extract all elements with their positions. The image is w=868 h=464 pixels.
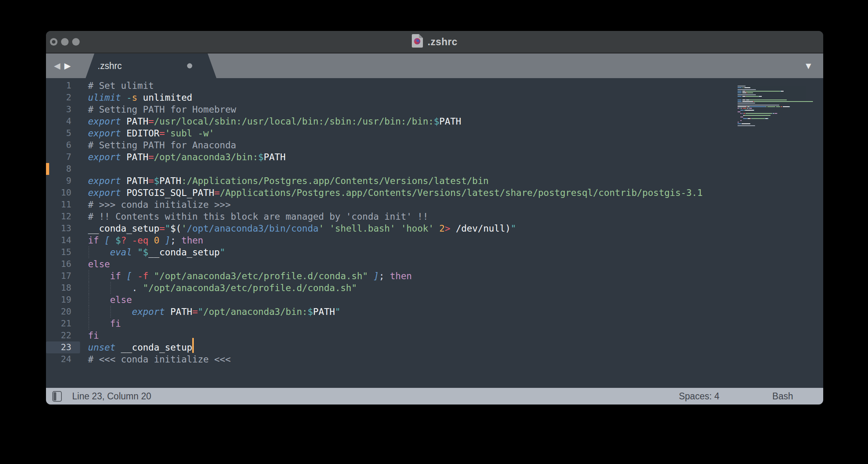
code-token: = xyxy=(192,307,198,317)
code-token xyxy=(88,318,110,329)
code-line[interactable]: 2ulimit -s unlimited xyxy=(46,92,823,104)
code-line[interactable]: 14if [ $? -eq 0 ]; then xyxy=(46,234,823,246)
code-token: $ xyxy=(258,152,264,162)
code-text: # Setting PATH for Anaconda xyxy=(80,139,823,151)
minimap-line xyxy=(738,113,818,114)
code-line[interactable]: 3# Setting PATH for Homebrew xyxy=(46,104,823,115)
code-token: unlimited xyxy=(143,92,193,103)
close-button[interactable] xyxy=(50,38,57,46)
indent-guide xyxy=(88,306,89,318)
line-number: 19 xyxy=(46,294,80,306)
code-line[interactable]: 22fi xyxy=(46,330,823,341)
code-token xyxy=(450,223,456,234)
minimap-line xyxy=(738,84,818,85)
code-token xyxy=(368,271,373,281)
code-line[interactable]: 9export PATH=$PATH:/Applications/Postgre… xyxy=(46,175,823,187)
code-line[interactable]: 18 . "/opt/anaconda3/etc/profile.d/conda… xyxy=(46,282,823,294)
line-number: 20 xyxy=(46,306,80,318)
code-text: # !! Contents within this block are mana… xyxy=(80,211,823,222)
code-line[interactable]: 17 if [ -f "/opt/anaconda3/etc/profile.d… xyxy=(46,270,823,282)
indentation-status[interactable]: Spaces: 4 xyxy=(679,391,719,402)
code-line[interactable]: 23unset __conda_setup xyxy=(46,341,823,353)
code-token: then xyxy=(390,271,412,281)
minimap-line xyxy=(738,82,818,83)
line-number: 5 xyxy=(46,127,80,139)
code-token: ] xyxy=(373,271,379,281)
line-number: 15 xyxy=(46,246,80,258)
code-token: " xyxy=(335,307,340,317)
code-token: = xyxy=(148,176,154,186)
tab-scroll-right-icon[interactable]: ▶ xyxy=(64,61,71,71)
syntax-status[interactable]: Bash xyxy=(772,391,793,402)
code-token xyxy=(132,247,138,257)
code-token xyxy=(88,271,110,281)
code-line[interactable]: 24# <<< conda initialize <<< xyxy=(46,353,823,365)
code-line[interactable]: 15 eval "$__conda_setup" xyxy=(46,246,823,258)
code-token: = xyxy=(148,152,154,162)
code-token: ] xyxy=(165,235,170,245)
code-token: PATH xyxy=(126,176,148,186)
code-token: ; xyxy=(379,271,384,281)
line-number: 13 xyxy=(46,222,80,234)
code-line[interactable]: 12# !! Contents within this block are ma… xyxy=(46,211,823,222)
line-number: 6 xyxy=(46,139,80,151)
code-line[interactable]: 21 fi xyxy=(46,318,823,330)
code-token xyxy=(121,152,126,162)
code-line[interactable]: 19 else xyxy=(46,294,823,306)
code-token: # Set ulimit xyxy=(88,81,154,91)
code-token: " xyxy=(165,223,170,234)
code-text: export PATH=/opt/anaconda3/bin:$PATH xyxy=(80,151,823,163)
code-token: " xyxy=(138,247,143,257)
tab-overflow-icon[interactable]: ▼ xyxy=(804,61,813,71)
code-token: __conda_setup xyxy=(121,342,192,353)
code-token: - xyxy=(126,92,132,103)
code-line[interactable]: 6# Setting PATH for Anaconda xyxy=(46,139,823,151)
tab-zshrc[interactable]: .zshrc xyxy=(86,54,216,78)
code-text: else xyxy=(80,258,823,270)
minimize-button[interactable] xyxy=(61,38,69,46)
code-token: EDITOR xyxy=(126,128,159,138)
code-token: # !! Contents within this block are mana… xyxy=(88,211,428,222)
code-token xyxy=(138,92,143,103)
code-text: export PATH="/opt/anaconda3/bin:$PATH" xyxy=(80,306,823,318)
sublime-text-window: .zshrc ◀ ▶ .zshrc ▼ 1# Set ulimit2ulimit… xyxy=(46,31,823,405)
tab-label: .zshrc xyxy=(98,61,122,71)
code-line[interactable]: 8 xyxy=(46,163,823,175)
code-token: PATH xyxy=(264,152,285,162)
code-line[interactable]: 20 export PATH="/opt/anaconda3/bin:$PATH… xyxy=(46,306,823,318)
code-token xyxy=(126,235,132,245)
tab-scroll-left-icon[interactable]: ◀ xyxy=(54,61,60,71)
code-line[interactable]: 4export PATH=/usr/local/sbin:/usr/local/… xyxy=(46,115,823,127)
code-line[interactable]: 5export EDITOR='subl -w' xyxy=(46,127,823,139)
code-text: export PATH=$PATH:/Applications/Postgres… xyxy=(80,175,823,187)
code-token: "/opt/anaconda3/etc/profile.d/conda.sh" xyxy=(143,283,357,293)
code-token: /usr/local/sbin:/usr/local/bin:/sbin:/us… xyxy=(154,116,434,127)
code-token: # <<< conda initialize <<< xyxy=(88,354,231,364)
code-token: ; xyxy=(170,235,176,245)
code-token: ' xyxy=(319,223,324,234)
cursor-position-status[interactable]: Line 23, Column 20 xyxy=(72,391,151,402)
code-token: export xyxy=(88,152,121,162)
title-bar[interactable]: .zshrc xyxy=(46,31,823,52)
indent-guide xyxy=(88,270,89,282)
maximize-button[interactable] xyxy=(72,38,80,46)
panel-toggle-icon[interactable] xyxy=(52,391,62,402)
code-token xyxy=(148,271,154,281)
code-line[interactable]: 7export PATH=/opt/anaconda3/bin:$PATH xyxy=(46,151,823,163)
code-token: :/Applications/Postgres.app/Contents/Ver… xyxy=(181,176,488,186)
code-line[interactable]: 16else xyxy=(46,258,823,270)
code-token: 'subl -w' xyxy=(165,128,214,138)
code-line[interactable]: 11# >>> conda initialize >>> xyxy=(46,199,823,211)
minimap-line xyxy=(738,117,818,117)
code-editor[interactable]: 1# Set ulimit2ulimit -s unlimited3# Sett… xyxy=(46,78,823,388)
indent-guide xyxy=(88,294,89,306)
code-line[interactable]: 1# Set ulimit xyxy=(46,80,823,92)
code-token xyxy=(132,271,138,281)
minimap-line xyxy=(738,86,818,86)
minimap[interactable] xyxy=(738,81,818,122)
code-token xyxy=(110,235,115,245)
code-line[interactable]: 10export POSTGIS_SQL_PATH=/Applications/… xyxy=(46,187,823,199)
code-token: else xyxy=(110,295,132,305)
code-token: = xyxy=(159,223,165,234)
code-line[interactable]: 13__conda_setup="$('/opt/anaconda3/bin/c… xyxy=(46,222,823,234)
